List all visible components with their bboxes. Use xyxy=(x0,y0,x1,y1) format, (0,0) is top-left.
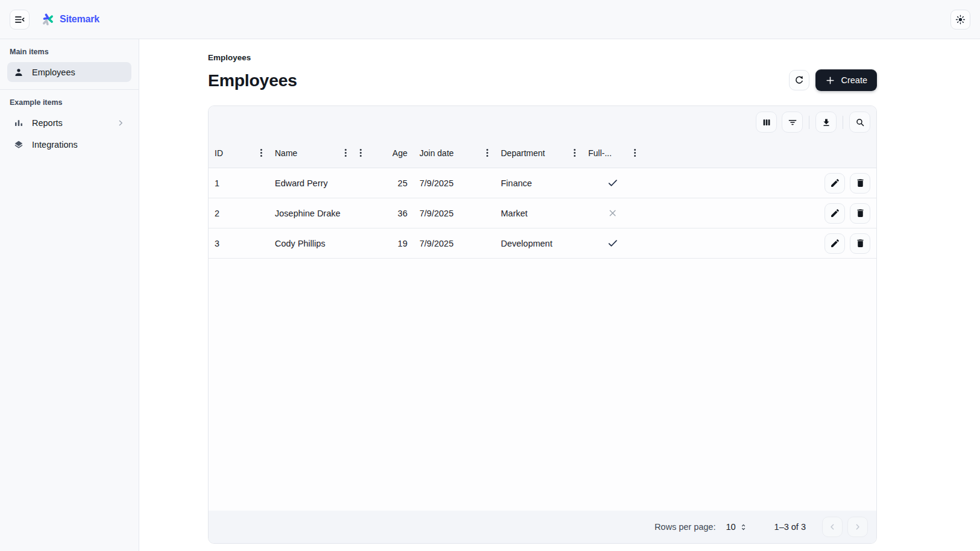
edit-row-button[interactable] xyxy=(825,233,845,254)
grid-footer: Rows per page: 10 1–3 of 3 xyxy=(209,511,876,543)
cell-age: 19 xyxy=(353,228,413,258)
cell-department: Development xyxy=(495,228,582,258)
filter-icon xyxy=(787,117,798,128)
table-row[interactable]: 1 Edward Perry 25 7/9/2025 Finance xyxy=(209,168,876,198)
column-header-label: Department xyxy=(501,148,545,158)
sidebar-item-reports[interactable]: Reports xyxy=(7,113,131,133)
close-icon xyxy=(608,208,618,218)
data-grid: ID Name A xyxy=(208,105,877,544)
sidebar: Main items Employees Example items Repor… xyxy=(0,39,139,551)
cell-name: Josephine Drake xyxy=(269,198,353,228)
edit-row-button[interactable] xyxy=(825,203,845,224)
rows-per-page-select[interactable]: 10 xyxy=(726,522,747,532)
edit-row-button[interactable] xyxy=(825,173,845,194)
column-menu-icon[interactable] xyxy=(486,148,489,157)
theme-toggle-button[interactable] xyxy=(950,10,970,30)
delete-row-button[interactable] xyxy=(850,203,870,224)
sitemark-logo-icon xyxy=(42,13,55,26)
breadcrumb[interactable]: Employees xyxy=(208,53,877,62)
grid-header-row: ID Name A xyxy=(209,138,876,168)
download-icon xyxy=(821,117,832,128)
brand-logo: Sitemark xyxy=(42,13,99,26)
delete-row-button[interactable] xyxy=(850,233,870,254)
sun-icon xyxy=(955,14,966,25)
column-header-id[interactable]: ID xyxy=(209,138,269,168)
menu-collapse-icon xyxy=(14,14,25,25)
column-menu-icon[interactable] xyxy=(573,148,576,157)
column-menu-icon[interactable] xyxy=(260,148,263,157)
create-button[interactable]: Create xyxy=(815,69,877,91)
cell-id: 3 xyxy=(209,228,269,258)
chevron-right-icon xyxy=(116,118,125,128)
search-icon xyxy=(855,117,865,128)
column-header-label: ID xyxy=(215,148,223,158)
cell-full-time xyxy=(582,228,642,258)
filter-button[interactable] xyxy=(782,112,803,133)
cell-join-date: 7/9/2025 xyxy=(413,228,495,258)
columns-icon xyxy=(761,117,772,128)
cell-id: 2 xyxy=(209,198,269,228)
cell-id: 1 xyxy=(209,168,269,198)
cell-age: 25 xyxy=(353,168,413,198)
check-icon xyxy=(607,238,618,249)
sidebar-item-label: Reports xyxy=(32,118,63,128)
check-icon xyxy=(607,177,618,189)
columns-button[interactable] xyxy=(756,112,777,133)
table-row[interactable]: 2 Josephine Drake 36 7/9/2025 Market xyxy=(209,198,876,228)
delete-row-button[interactable] xyxy=(850,173,870,194)
column-menu-icon[interactable] xyxy=(633,148,636,157)
column-header-department[interactable]: Department xyxy=(495,138,582,168)
sidebar-section-header: Example items xyxy=(10,98,129,107)
previous-page-button[interactable] xyxy=(822,517,843,537)
trash-icon xyxy=(855,178,865,188)
cell-name: Edward Perry xyxy=(269,168,353,198)
plus-icon xyxy=(825,75,835,86)
grid-toolbar xyxy=(209,106,876,138)
column-header-join-date[interactable]: Join date xyxy=(413,138,495,168)
rows-per-page-label: Rows per page: xyxy=(655,522,716,532)
search-button[interactable] xyxy=(849,112,870,133)
column-header-full-time[interactable]: Full-... xyxy=(582,138,642,168)
table-row[interactable]: 3 Cody Phillips 19 7/9/2025 Development xyxy=(209,228,876,259)
create-button-label: Create xyxy=(841,75,867,85)
download-button[interactable] xyxy=(815,112,837,133)
bar-chart-icon xyxy=(13,118,24,128)
column-header-name[interactable]: Name xyxy=(269,138,353,168)
person-icon xyxy=(13,67,24,78)
column-header-label: Age xyxy=(392,148,407,158)
trash-icon xyxy=(855,238,865,248)
toolbar-divider xyxy=(843,116,843,129)
topbar: Sitemark xyxy=(0,0,980,39)
main-area: Employees Employees xyxy=(139,39,980,551)
cell-full-time xyxy=(582,198,642,228)
sidebar-item-integrations[interactable]: Integrations xyxy=(7,134,131,154)
column-header-label: Name xyxy=(275,148,297,158)
sidebar-item-label: Employees xyxy=(32,68,75,77)
toolbar-divider xyxy=(809,116,809,129)
cell-department: Finance xyxy=(495,168,582,198)
next-page-button[interactable] xyxy=(847,517,868,537)
cell-full-time xyxy=(582,168,642,198)
refresh-icon xyxy=(794,75,805,86)
column-menu-icon[interactable] xyxy=(359,148,362,157)
grid-empty-area xyxy=(209,259,876,511)
trash-icon xyxy=(855,208,865,218)
column-header-label: Join date xyxy=(419,148,454,158)
sidebar-item-label: Integrations xyxy=(32,140,78,150)
refresh-button[interactable] xyxy=(789,70,809,90)
pagination-range: 1–3 of 3 xyxy=(774,522,806,532)
chevron-right-icon xyxy=(853,522,862,532)
sidebar-divider xyxy=(0,89,139,90)
column-menu-icon[interactable] xyxy=(344,148,347,157)
pencil-icon xyxy=(830,238,840,248)
unfold-more-icon xyxy=(739,523,748,532)
sidebar-section-header: Main items xyxy=(10,48,129,56)
menu-toggle-button[interactable] xyxy=(10,10,30,30)
chevron-left-icon xyxy=(828,522,837,532)
cell-join-date: 7/9/2025 xyxy=(413,168,495,198)
column-header-age[interactable]: Age xyxy=(353,138,413,168)
sidebar-item-employees[interactable]: Employees xyxy=(7,62,131,82)
cell-join-date: 7/9/2025 xyxy=(413,198,495,228)
cell-age: 36 xyxy=(353,198,413,228)
cell-department: Market xyxy=(495,198,582,228)
